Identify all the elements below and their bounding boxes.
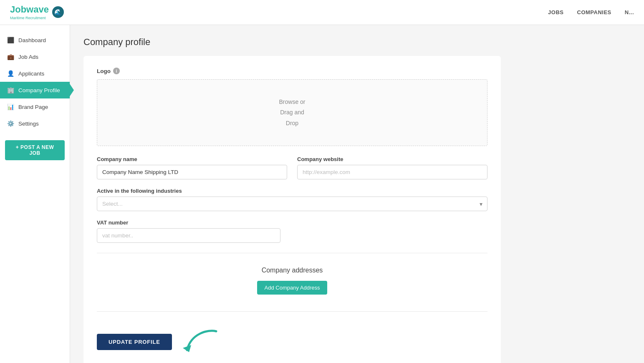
nav-more[interactable]: N...: [625, 9, 634, 15]
logo-label-text: Logo: [97, 68, 111, 74]
logo-sub: Maritime Recruitment: [10, 16, 49, 20]
sidebar: ⬛ Dashboard 💼 Job Ads 👤 Applicants 🏢 Com…: [0, 25, 70, 363]
update-profile-button[interactable]: UPDATE PROFILE: [97, 334, 172, 350]
arrow-decoration: [179, 325, 220, 358]
main-content: Company profile Logo i Browse or Drag an…: [70, 25, 644, 363]
industries-select-wrapper: Select...: [97, 197, 487, 211]
addresses-section: Company addresses Add Company Address: [97, 263, 487, 301]
divider-addresses: [97, 253, 487, 253]
nav-companies[interactable]: COMPANIES: [577, 9, 611, 15]
industries-select[interactable]: Select...: [97, 197, 487, 211]
curved-arrow-svg: [179, 325, 225, 360]
industries-label: Active in the following industries: [97, 188, 487, 194]
addresses-title: Company addresses: [97, 267, 487, 274]
sidebar-item-label-company-profile: Company Profile: [18, 87, 60, 93]
dropzone-line3: Drop: [279, 118, 305, 129]
chart-bar-icon: 📊: [7, 103, 14, 111]
sidebar-item-applicants[interactable]: 👤 Applicants: [0, 65, 70, 82]
sidebar-item-label-job-ads: Job Ads: [18, 54, 38, 60]
info-icon[interactable]: i: [113, 68, 120, 74]
nav-links: JOBS COMPANIES N...: [548, 9, 634, 15]
dropzone-line1: Browse or: [279, 97, 305, 107]
person-icon: 👤: [7, 70, 14, 77]
vat-group: VAT number: [97, 219, 487, 243]
divider-bottom: [97, 311, 487, 312]
company-name-group: Company name: [97, 156, 287, 179]
dropzone-line2: Drag and: [279, 107, 305, 118]
logo-wave-icon: [52, 6, 64, 18]
sidebar-item-dashboard[interactable]: ⬛ Dashboard: [0, 32, 70, 48]
industries-group: Active in the following industries Selec…: [97, 188, 487, 211]
post-job-button[interactable]: + POST A NEW JOB: [5, 140, 65, 160]
sidebar-item-label-settings: Settings: [18, 121, 39, 127]
logo-text-group: Jobwave Maritime Recruitment: [10, 4, 49, 20]
logo-area: Jobwave Maritime Recruitment: [10, 4, 64, 20]
company-website-label: Company website: [297, 156, 487, 162]
sidebar-item-label-brand-page: Brand Page: [18, 104, 48, 110]
sidebar-item-job-ads[interactable]: 💼 Job Ads: [0, 48, 70, 65]
page-title: Company profile: [83, 37, 631, 48]
sidebar-item-brand-page[interactable]: 📊 Brand Page: [0, 98, 70, 115]
logo-section-label: Logo i: [97, 68, 487, 74]
building-icon: 🏢: [7, 86, 14, 94]
company-website-group: Company website: [297, 156, 487, 179]
top-nav: Jobwave Maritime Recruitment JOBS COMPAN…: [0, 0, 644, 25]
sidebar-item-label-dashboard: Dashboard: [18, 37, 46, 43]
company-name-input[interactable]: [97, 165, 287, 179]
logo-text: Jobwave: [10, 4, 49, 15]
nav-jobs[interactable]: JOBS: [548, 9, 563, 15]
briefcase-icon: 💼: [7, 53, 14, 60]
company-name-website-row: Company name Company website: [97, 156, 487, 179]
bottom-section: UPDATE PROFILE: [97, 322, 487, 358]
company-name-label: Company name: [97, 156, 287, 162]
dashboard-icon: ⬛: [7, 36, 14, 44]
vat-input[interactable]: [97, 228, 280, 243]
company-profile-card: Logo i Browse or Drag and Drop Company n…: [83, 56, 501, 363]
add-company-address-button[interactable]: Add Company Address: [257, 281, 328, 295]
layout: ⬛ Dashboard 💼 Job Ads 👤 Applicants 🏢 Com…: [0, 25, 644, 363]
company-website-input[interactable]: [297, 165, 487, 179]
vat-label: VAT number: [97, 219, 487, 226]
logo-dropzone[interactable]: Browse or Drag and Drop: [97, 79, 487, 146]
sidebar-item-company-profile[interactable]: 🏢 Company Profile: [0, 82, 70, 98]
sidebar-item-settings[interactable]: ⚙️ Settings: [0, 115, 70, 132]
gear-icon: ⚙️: [7, 120, 14, 127]
sidebar-item-label-applicants: Applicants: [18, 71, 44, 77]
logo-dropzone-text: Browse or Drag and Drop: [279, 97, 305, 129]
